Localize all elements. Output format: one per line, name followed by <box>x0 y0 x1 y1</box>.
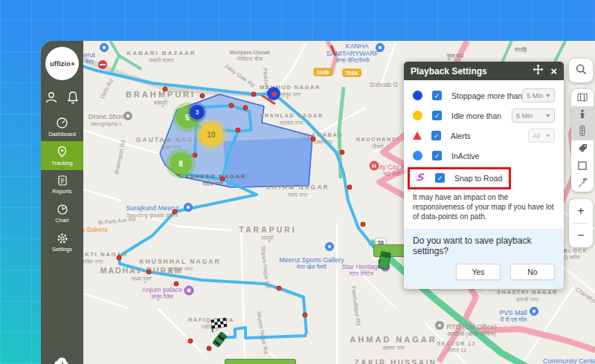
stoppage-point-marker[interactable] <box>174 282 179 287</box>
stoppage-point-marker[interactable] <box>229 103 234 108</box>
sidebar-item-reports[interactable]: Reports <box>41 170 83 199</box>
bell-icon[interactable] <box>65 90 80 105</box>
stoppage-point-marker[interactable] <box>277 286 282 291</box>
search-button[interactable] <box>569 59 593 82</box>
yes-button[interactable]: Yes <box>456 264 501 280</box>
stoppage-point-marker[interactable] <box>220 177 225 182</box>
logo-text: uffizio <box>50 60 71 68</box>
sidebar-item-chart[interactable]: Chart <box>41 199 83 228</box>
stoppage-point-marker[interactable] <box>117 256 122 261</box>
hospital-poi-icon[interactable]: H <box>370 161 379 171</box>
map-poi-label: Surajkund MeerutSporting goods store <box>126 204 178 218</box>
map-icon <box>577 91 588 105</box>
road-number-badge: 709A <box>343 69 361 77</box>
map-poi-label: Meerut Sports Galleryमेरठ खेल गैलरी <box>279 256 344 271</box>
map-poi-label: RTO (Old Office)आरटीओ (ओल्ड ऑफिस) <box>446 323 496 338</box>
no-button[interactable]: No <box>510 264 555 280</box>
map-canvas[interactable]: KABARI BAZAARकबारी बाज़ारBRAHMPURIब्रह्म… <box>83 41 595 364</box>
map-area-label: SECTOR 12सेक्टर 12 <box>437 341 476 354</box>
zoom-in-button[interactable]: + <box>569 199 593 223</box>
sidebar-item-tracking[interactable]: Tracking <box>41 141 83 170</box>
stoppage-point-marker[interactable] <box>193 153 198 158</box>
map-poi-label: Star Heritageस्टार हेरिटेज <box>341 263 381 278</box>
map-type-button[interactable] <box>571 89 594 106</box>
snap-to-road-note: It may have an impact on the responsiven… <box>404 190 564 229</box>
map-poi-label: lu Bakers <box>83 226 108 233</box>
stoppage-point-marker[interactable] <box>207 346 212 351</box>
map-area-label: PRAHLAD NAGARप्रहलाद नगर <box>260 112 324 127</box>
stoppage-point-marker[interactable] <box>251 92 257 97</box>
sidebar-item-dashboard[interactable]: Dashboard <box>41 112 83 141</box>
stoppage-point-marker[interactable] <box>147 270 152 275</box>
cluster-marker[interactable]: 10 <box>199 123 223 146</box>
select-area-button[interactable] <box>571 157 594 175</box>
confirm-question: Do you want to save playback settings? <box>413 235 555 256</box>
sidebar-item-settings[interactable]: Settings <box>41 228 83 257</box>
playback-settings-panel: Playback Settings × ✓ Stoppage more than… <box>404 62 564 289</box>
alerts-type-select[interactable]: All <box>528 129 555 143</box>
square-icon <box>578 160 587 173</box>
row-label: Stoppage more than <box>451 91 522 100</box>
stoppage-duration-select[interactable]: 5 Min <box>522 88 555 103</box>
stoppage-point-marker[interactable] <box>163 87 168 92</box>
stoppage-point-marker[interactable] <box>188 339 193 344</box>
panel-title: Playback Settings <box>411 66 487 77</box>
blue-poi-icon[interactable] <box>100 43 109 52</box>
map-poi-label: Sohrab G <box>370 81 399 88</box>
purple-poi-icon[interactable] <box>184 286 194 296</box>
road-number-badge: 334B <box>314 68 332 77</box>
traffic-button[interactable] <box>571 123 594 140</box>
move-panel-icon[interactable] <box>533 64 544 78</box>
blue-poi-icon[interactable] <box>530 307 538 316</box>
dashboard-icon <box>56 117 68 129</box>
inactive-checkbox[interactable]: ✓ <box>432 151 442 160</box>
playback-row-stoppage: ✓ Stoppage more than 5 Min <box>404 85 564 105</box>
map-poi-label: Community Cente <box>543 357 595 364</box>
playback-row-idle: ✓ Idle more than 5 Min <box>404 105 564 126</box>
gray-poi-icon[interactable] <box>123 111 132 120</box>
vehicle-label-balloon[interactable] <box>225 359 296 364</box>
street-view-button[interactable] <box>571 106 594 123</box>
chevron-down-icon <box>546 94 550 97</box>
idle-checkbox[interactable]: ✓ <box>432 111 442 120</box>
blue-poi-icon[interactable] <box>184 203 193 212</box>
uffizio-logo[interactable]: uffizio <box>45 47 79 80</box>
location-pin-icon <box>56 146 68 158</box>
sidebar-item-label: Settings <box>52 246 72 253</box>
road-closed-icon[interactable] <box>98 60 107 69</box>
stoppage-point-marker[interactable] <box>200 94 205 99</box>
stoppage-point-marker[interactable] <box>347 185 353 190</box>
map-area-label: RASHEED NAGARरशीद नगर <box>179 173 246 188</box>
stoppage-point-marker[interactable] <box>243 105 248 111</box>
map-poi-label: Drone Shootideography i.. <box>89 113 126 127</box>
stoppage-point-marker[interactable] <box>311 137 316 142</box>
cluster-marker[interactable]: 3 <box>190 105 205 120</box>
close-icon[interactable]: × <box>550 65 557 77</box>
snap-route-icon <box>415 172 425 185</box>
stoppage-point-marker[interactable] <box>340 150 345 155</box>
stoppage-cluster-marker[interactable] <box>267 87 280 100</box>
user-icon[interactable] <box>44 90 59 105</box>
panel-header[interactable]: Playback Settings × <box>404 62 564 80</box>
cluster-marker[interactable]: 8 <box>170 152 192 175</box>
gray-poi-icon[interactable] <box>435 321 444 330</box>
zoom-control: + − <box>569 199 593 247</box>
blue-poi-icon[interactable] <box>376 43 385 52</box>
labels-button[interactable] <box>571 140 594 157</box>
tag-icon <box>578 143 588 156</box>
map-area-label: TARAPURIतरपुरी <box>239 225 296 242</box>
cloud-download-icon[interactable] <box>54 356 71 364</box>
route-tool-button[interactable] <box>571 175 594 192</box>
zoom-out-button[interactable]: − <box>569 224 593 247</box>
snap-to-road-checkbox[interactable]: ✓ <box>435 173 445 183</box>
traffic-light-icon <box>579 126 585 139</box>
stoppage-point-marker[interactable] <box>303 313 308 318</box>
stoppage-point-marker[interactable] <box>361 222 366 227</box>
alerts-checkbox[interactable]: ✓ <box>431 131 441 140</box>
row-label: Alerts <box>451 131 471 140</box>
stoppage-checkbox[interactable]: ✓ <box>432 91 442 100</box>
idle-duration-select[interactable]: 5 Min <box>512 108 555 123</box>
stoppage-point-marker[interactable] <box>236 128 241 133</box>
stoppage-point-marker[interactable] <box>173 209 178 215</box>
blue-poi-icon[interactable] <box>325 242 334 251</box>
